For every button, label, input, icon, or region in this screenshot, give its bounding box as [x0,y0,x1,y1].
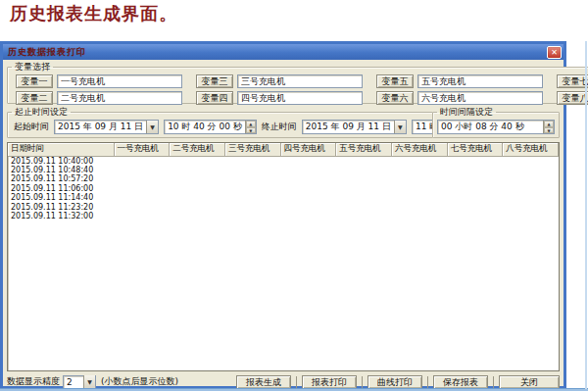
col-header-charger3[interactable]: 三号充电机 [224,143,280,156]
col-header-charger2[interactable]: 二号充电机 [170,143,225,156]
row-datetime: 2015.09.11 10:48:40 [8,166,114,175]
variable-pair-2: 变量二 [16,91,182,105]
outer-frame-bottom [0,388,588,391]
outer-frame-right [585,41,587,389]
variable-button-6[interactable]: 变量六 [376,91,414,105]
button-divider [493,376,494,388]
start-time-spinner[interactable]: 10 时 40 分 00 秒 ▲ ▼ [164,120,257,134]
interval-updown: ▲ ▼ [543,121,554,133]
button-divider [427,376,428,388]
table-row[interactable]: 2015.09.11 10:40:00 [8,156,559,166]
chevron-down-icon: ▼ [150,123,155,130]
variable-pair-3: 变量三 [196,74,363,88]
print-report-button[interactable]: 报表打印 [302,375,357,389]
precision-value: 2 [64,377,83,387]
report-table: 日期时间 一号充电机 二号充电机 三号充电机 四号充电机 五号充电机 六号充电机… [8,143,559,221]
variable-input-2[interactable] [57,91,182,105]
precision-select[interactable]: 2 ▼ [63,375,96,389]
variable-select-group: 变量选择 变量一 变量三 变量五 变量七 [7,61,588,104]
col-header-charger1[interactable]: 一号充电机 [114,143,170,156]
precision-hint: (小数点后显示位数) [101,375,178,388]
start-date-picker[interactable]: 2015 年 09 月 11 日 ▼ [54,120,159,134]
variable-button-4[interactable]: 变量四 [196,91,233,105]
row-datetime: 2015.09.11 11:32:00 [8,212,114,221]
variable-pair-6: 变量六 [376,91,543,105]
row-datetime: 2015.09.11 11:14:40 [8,193,114,203]
title-bar[interactable]: 历史数据报表打印 ✕ [3,44,564,60]
table-row[interactable]: 2015.09.11 11:14:40 [8,193,559,203]
end-date-dropdown-button[interactable]: ▼ [394,121,406,133]
col-header-charger6[interactable]: 六号充电机 [391,143,447,156]
variable-input-6[interactable] [417,91,543,105]
col-header-charger4[interactable]: 四号充电机 [280,143,336,156]
start-time-updown: ▲ ▼ [245,121,256,133]
variable-pair-4: 变量四 [196,91,363,105]
row-datetime: 2015.09.11 10:40:00 [8,156,114,166]
variable-button-5[interactable]: 变量五 [376,74,414,88]
variable-button-8[interactable]: 变量八 [557,91,588,105]
footer-bar: 数据显示精度 2 ▼ (小数点后显示位数) 报表生成 报表打印 曲线打印 保存报… [7,374,560,389]
variable-input-5[interactable] [417,74,543,88]
end-time-label: 终止时间 [262,121,297,133]
table-row[interactable]: 2015.09.11 11:32:00 [8,212,559,221]
close-icon: ✕ [551,48,558,57]
precision-label: 数据显示精度 [7,375,60,388]
variable-button-2[interactable]: 变量二 [16,91,53,105]
save-report-button[interactable]: 保存报表 [433,375,488,389]
col-header-datetime[interactable]: 日期时间 [8,143,114,156]
variable-input-3[interactable] [237,74,363,88]
end-date-value: 2015 年 09 月 11 日 [303,121,394,133]
table-row[interactable]: 2015.09.11 11:23:20 [8,203,559,213]
start-date-dropdown-button[interactable]: ▼ [146,121,158,133]
page: 、历史报表生成界面。 历史数据报表打印 ✕ 变量选择 变量一 变量三 [0,0,588,392]
dialog-client-area: 变量选择 变量一 变量三 变量五 变量七 [3,60,564,386]
col-header-charger7[interactable]: 七号充电机 [447,143,503,156]
variable-pair-7: 变量七 [557,74,588,88]
time-range-group-title: 起止时间设定 [12,106,71,119]
interval-group-title: 时间间隔设定 [437,106,496,119]
start-time-label: 起始时间 [14,121,49,133]
table-header-row: 日期时间 一号充电机 二号充电机 三号充电机 四号充电机 五号充电机 六号充电机… [8,143,559,156]
interval-group: 时间间隔设定 00 小时 08 分 40 秒 ▲ ▼ [432,106,560,138]
button-divider [296,376,297,388]
dialog-window: 历史数据报表打印 ✕ 变量选择 变量一 变量三 变 [0,41,566,389]
interval-spinner[interactable]: 00 小时 08 分 40 秒 ▲ ▼ [437,120,555,134]
row-datetime: 2015.09.11 11:06:00 [8,184,114,194]
col-header-charger8[interactable]: 八号充电机 [503,143,559,156]
interval-row: 00 小时 08 分 40 秒 ▲ ▼ [433,119,559,134]
chevron-down-icon: ▼ [398,123,403,130]
spin-down-icon[interactable]: ▼ [544,127,554,134]
page-heading: 、历史报表生成界面。 [0,2,177,25]
variable-pair-8: 变量八 [557,91,588,105]
table-row[interactable]: 2015.09.11 11:06:00 [8,184,559,194]
spin-down-icon[interactable]: ▼ [246,127,256,134]
print-curve-button[interactable]: 曲线打印 [368,375,422,389]
variable-input-1[interactable] [57,74,182,88]
variable-pair-1: 变量一 [16,74,182,88]
variable-button-1[interactable]: 变量一 [16,74,53,88]
table-row[interactable]: 2015.09.11 10:57:20 [8,174,559,184]
close-button[interactable]: ✕ [547,46,562,59]
button-divider [362,376,363,388]
close-dialog-button[interactable]: 关闭 [499,375,560,389]
precision-dropdown-button[interactable]: ▼ [83,375,95,388]
chevron-down-icon: ▼ [87,378,92,385]
start-time-value: 10 时 40 分 00 秒 [165,121,245,133]
end-date-picker[interactable]: 2015 年 09 月 11 日 ▼ [302,120,407,134]
variable-input-4[interactable] [237,91,363,105]
table-row[interactable]: 2015.09.11 10:48:40 [8,166,559,175]
row-datetime: 2015.09.11 10:57:20 [8,174,114,184]
variable-group-title: 变量选择 [12,61,53,74]
report-list[interactable]: 日期时间 一号充电机 二号充电机 三号充电机 四号充电机 五号充电机 六号充电机… [7,142,560,371]
generate-report-button[interactable]: 报表生成 [236,375,291,389]
interval-value: 00 小时 08 分 40 秒 [438,121,543,133]
footer-buttons: 报表生成 报表打印 曲线打印 保存报表 关闭 [236,375,560,389]
col-header-charger5[interactable]: 五号充电机 [336,143,392,156]
variable-button-7[interactable]: 变量七 [557,74,588,88]
start-date-value: 2015 年 09 月 11 日 [55,121,146,133]
variable-grid: 变量一 变量三 变量五 变量七 [8,74,588,107]
row-datetime: 2015.09.11 11:23:20 [8,203,114,213]
variable-pair-5: 变量五 [376,74,543,88]
variable-button-3[interactable]: 变量三 [196,74,233,88]
window-title: 历史数据报表打印 [8,46,547,59]
